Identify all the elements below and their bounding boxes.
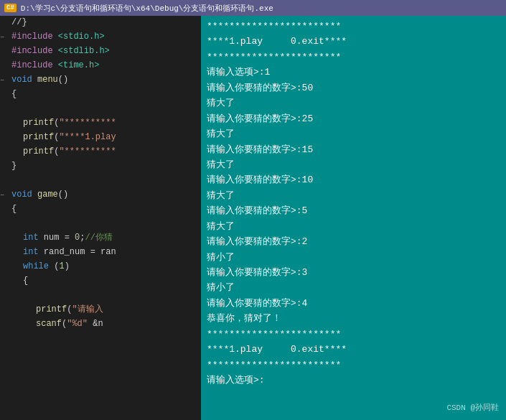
console-line: 请输入选项>: <box>207 373 500 388</box>
console-line: 请输入你要猜的数字>:4 <box>207 296 500 311</box>
code-text: printf("********** <box>3 145 116 159</box>
title-text: D:\学习c\分支语句和循环语句\x64\Debug\分支语句和循环语句.exe <box>21 3 273 14</box>
console-line: 猜小了 <box>207 250 500 265</box>
code-line: #include <stdlib.h> <box>0 45 201 59</box>
code-line: int rand_num = ran <box>0 246 201 260</box>
code-line: printf("****1.play <box>0 131 201 145</box>
console-line: ************************ <box>207 19 500 34</box>
code-line: void game() <box>0 188 201 202</box>
code-text: printf("********** <box>3 116 116 130</box>
code-text: { <box>3 88 17 101</box>
code-text: void menu() <box>3 73 68 87</box>
console-line: 请输入你要猜的数字>:25 <box>207 111 500 126</box>
console-line: ****1.play 0.exit**** <box>207 342 500 357</box>
code-line: { <box>0 274 201 289</box>
code-text: printf("****1.play <box>3 131 116 144</box>
console-line: 恭喜你，猜对了！ <box>207 311 500 326</box>
title-bar: C# D:\学习c\分支语句和循环语句\x64\Debug\分支语句和循环语句.… <box>0 0 506 16</box>
code-text: while (1) <box>3 260 70 274</box>
code-line: } <box>0 159 201 174</box>
code-line <box>0 289 201 303</box>
console-line: 猜小了 <box>207 280 500 295</box>
code-panel: //} #include <stdio.h> #include <stdlib.… <box>0 16 201 420</box>
console-line: ************************ <box>207 50 500 65</box>
code-text: #include <stdlib.h> <box>3 45 110 58</box>
code-text <box>3 102 17 116</box>
watermark: CSDN @孙同鞋 <box>446 401 499 414</box>
console-line: 请输入你要猜的数字>:15 <box>207 142 500 157</box>
code-text: #include <time.h> <box>3 59 99 73</box>
console-line: 猜大了 <box>207 219 500 234</box>
console-line: 请输入你要猜的数字>:3 <box>207 265 500 280</box>
console-line: 请输入你要猜的数字>:50 <box>207 80 500 95</box>
code-text <box>3 289 17 302</box>
code-text <box>3 217 17 230</box>
code-text: { <box>3 274 28 288</box>
code-line: { <box>0 202 201 217</box>
code-line: printf("********** <box>0 145 201 159</box>
console-line: 猜大了 <box>207 157 500 172</box>
console-line: 请输入你要猜的数字>:2 <box>207 234 500 249</box>
code-text: int rand_num = ran <box>3 246 116 259</box>
code-line: scanf("%d" &n <box>0 317 201 332</box>
code-text: //} <box>3 16 27 29</box>
code-line: int num = 0;//你猜 <box>0 231 201 246</box>
console-line: 猜大了 <box>207 126 500 141</box>
code-line: void menu() <box>0 73 201 88</box>
code-line <box>0 217 201 231</box>
code-text: void game() <box>3 188 68 202</box>
code-line: #include <time.h> <box>0 59 201 73</box>
console-line: 猜大了 <box>207 95 500 111</box>
code-line <box>0 174 201 188</box>
code-text: scanf("%d" &n <box>3 317 103 331</box>
code-text: printf("请输入 <box>3 303 103 317</box>
code-line: //} <box>0 16 201 30</box>
console-line: ************************ <box>207 358 500 373</box>
code-line: while (1) <box>0 260 201 274</box>
code-text <box>3 174 17 187</box>
code-line <box>0 102 201 116</box>
console-line: ****1.play 0.exit**** <box>207 34 500 49</box>
code-text: { <box>3 202 17 216</box>
code-line: printf("********** <box>0 116 201 131</box>
console-line: 请输入选项>:1 <box>207 65 500 80</box>
main-content: //} #include <stdio.h> #include <stdlib.… <box>0 16 506 420</box>
console-line: 猜大了 <box>207 188 500 203</box>
code-text: int num = 0;//你猜 <box>3 231 113 245</box>
code-line: { <box>0 88 201 102</box>
code-line: printf("请输入 <box>0 303 201 317</box>
code-text: } <box>3 159 17 173</box>
console-line: ************************ <box>207 327 500 342</box>
code-line: #include <stdio.h> <box>0 30 201 45</box>
cs-icon: C# <box>4 4 17 12</box>
code-text: #include <stdio.h> <box>3 30 105 44</box>
console-line: 请输入你要猜的数字>:10 <box>207 172 500 187</box>
console-line: 请输入你要猜的数字>:5 <box>207 203 500 218</box>
console-panel: ************************ ****1.play 0.ex… <box>201 16 506 420</box>
